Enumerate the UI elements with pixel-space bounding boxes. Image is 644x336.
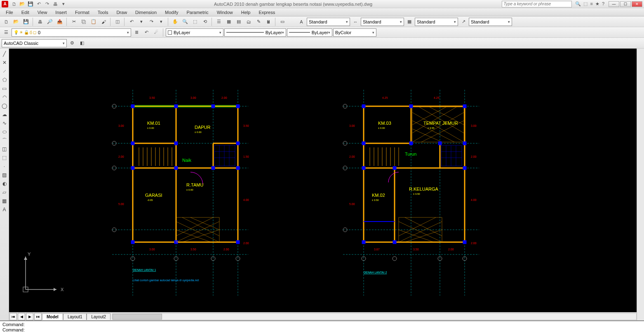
zoom-realtime-icon[interactable]: 🔍 xyxy=(181,17,190,26)
new-icon[interactable]: 🗋 xyxy=(2,17,11,26)
app-icon[interactable]: A xyxy=(2,1,8,7)
cut-icon[interactable]: ✂ xyxy=(69,17,78,26)
comm-icon[interactable]: ≡ xyxy=(590,1,592,7)
menu-format[interactable]: Format xyxy=(71,9,94,16)
plot-icon[interactable]: 🖶 xyxy=(35,17,45,26)
circle-icon[interactable]: ◯ xyxy=(1,102,8,110)
menu-draw[interactable]: Draw xyxy=(112,9,131,16)
close-button[interactable]: ✕ xyxy=(632,1,642,7)
block-editor-icon[interactable]: ◫ xyxy=(113,17,122,26)
paste-icon[interactable]: 📋 xyxy=(89,17,98,26)
publish-icon[interactable]: 📤 xyxy=(55,17,64,26)
menu-tools[interactable]: Tools xyxy=(94,9,113,16)
pan-icon[interactable]: ✋ xyxy=(171,17,180,26)
subscription-icon[interactable]: ⬚ xyxy=(583,1,588,7)
dimstyle-dropdown[interactable]: Standard xyxy=(361,18,404,26)
copy-icon[interactable]: ⿻ xyxy=(79,17,88,26)
polygon-icon[interactable]: ⬠ xyxy=(1,76,8,84)
markup-icon[interactable]: ✎ xyxy=(254,17,263,26)
search-icon[interactable]: 🔍 xyxy=(575,1,581,7)
properties-icon[interactable]: ☰ xyxy=(214,17,223,26)
tab-first-icon[interactable]: ⏮ xyxy=(9,313,17,320)
redo-icon[interactable]: ↷ xyxy=(147,17,156,26)
dimstyle-icon[interactable]: ↔ xyxy=(351,17,360,26)
drawing-area[interactable]: Naik KM.01± 0.00 DAPUR± 0.00 R.TAMU± 0.0… xyxy=(9,49,637,320)
help-icon[interactable]: ? xyxy=(602,1,604,7)
open-icon[interactable]: 📂 xyxy=(19,1,26,7)
sheet-set-icon[interactable]: 🗂 xyxy=(244,17,253,26)
tablestyle-icon[interactable]: ▦ xyxy=(405,17,414,26)
line-icon[interactable]: ╱ xyxy=(1,50,8,58)
menu-dimension[interactable]: Dimension xyxy=(131,9,161,16)
insert-block-icon[interactable]: ◫ xyxy=(1,145,8,153)
layer-manager-icon[interactable]: ☰ xyxy=(2,28,11,37)
cleanscreen-icon[interactable]: ▭ xyxy=(278,17,287,26)
redo-dd-icon[interactable]: ▾ xyxy=(157,17,166,26)
horizontal-scrollbar[interactable] xyxy=(112,313,637,320)
tab-model[interactable]: Model xyxy=(42,313,63,320)
tablestyle-dropdown[interactable]: Standard xyxy=(415,18,458,26)
help-search-input[interactable] xyxy=(502,1,572,7)
textstyle-dropdown[interactable]: Standard xyxy=(307,18,350,26)
workspace-settings-icon[interactable]: ⚙ xyxy=(68,39,77,48)
hatch-icon[interactable]: ▨ xyxy=(1,171,8,179)
tab-layout2[interactable]: Layout2 xyxy=(87,313,110,320)
new-icon[interactable]: 🗋 xyxy=(11,1,17,7)
workspace-save-icon[interactable]: ◧ xyxy=(78,39,87,48)
ellipse-icon[interactable]: ⬭ xyxy=(1,128,8,135)
make-block-icon[interactable]: ⬚ xyxy=(1,154,8,161)
maximize-button[interactable]: ☐ xyxy=(620,1,631,7)
tab-layout1[interactable]: Layout1 xyxy=(63,313,87,320)
point-icon[interactable]: · xyxy=(1,163,8,170)
rectangle-icon[interactable]: ▭ xyxy=(1,85,8,92)
vertical-scrollbar[interactable] xyxy=(637,49,644,320)
menu-parametric[interactable]: Parametric xyxy=(182,9,212,16)
mleaderstyle-icon[interactable]: ↗ xyxy=(459,17,468,26)
undo-icon[interactable]: ↶ xyxy=(127,17,136,26)
menu-help[interactable]: Help xyxy=(237,9,255,16)
polyline-icon[interactable]: ⟋ xyxy=(1,68,8,75)
menu-modify[interactable]: Modify xyxy=(161,9,182,16)
match-prop-icon[interactable]: 🖌 xyxy=(99,17,108,26)
undo-icon[interactable]: ↶ xyxy=(35,1,42,7)
zoom-window-icon[interactable]: ⬚ xyxy=(190,17,200,26)
spline-icon[interactable]: ∿ xyxy=(1,119,8,127)
construction-line-icon[interactable]: ✕ xyxy=(1,59,8,66)
textstyle-icon[interactable]: A xyxy=(297,17,306,26)
design-center-icon[interactable]: ▦ xyxy=(224,17,233,26)
menu-insert[interactable]: Insert xyxy=(51,9,71,16)
command-window[interactable]: Command: Command: xyxy=(0,320,644,336)
quickcalc-icon[interactable]: 🖩 xyxy=(264,17,273,26)
layer-previous-icon[interactable]: ↶ xyxy=(142,28,151,37)
print-icon[interactable]: 🖶 xyxy=(52,1,59,7)
plot-preview-icon[interactable]: 🔎 xyxy=(45,17,54,26)
layer-iso-icon[interactable]: ☄ xyxy=(152,28,161,37)
region-icon[interactable]: ▱ xyxy=(1,189,8,196)
menu-edit[interactable]: Edit xyxy=(17,9,33,16)
tab-next-icon[interactable]: ▶ xyxy=(26,313,33,320)
menu-view[interactable]: View xyxy=(33,9,52,16)
tool-palettes-icon[interactable]: ▤ xyxy=(234,17,243,26)
tab-prev-icon[interactable]: ◀ xyxy=(18,313,25,320)
layer-dropdown[interactable]: 💡 ☀ 🔓 ⎙ ◻ 0 xyxy=(12,28,131,37)
tab-last-icon[interactable]: ⏭ xyxy=(34,313,42,320)
undo-dd-icon[interactable]: ▾ xyxy=(137,17,146,26)
ellipse-arc-icon[interactable]: ⌒ xyxy=(1,137,8,144)
layer-states-icon[interactable]: ≣ xyxy=(132,28,141,37)
workspace-dropdown[interactable]: AutoCAD Classic xyxy=(2,39,67,47)
save-icon[interactable]: 💾 xyxy=(21,17,31,26)
gradient-icon[interactable]: ◐ xyxy=(1,180,8,187)
table-icon[interactable]: ▦ xyxy=(1,197,8,205)
qat-dropdown-icon[interactable]: ▾ xyxy=(60,1,67,7)
mtext-icon[interactable]: A xyxy=(1,206,8,213)
mlstyle-dropdown[interactable]: Standard xyxy=(469,18,512,26)
arc-icon[interactable]: ◠ xyxy=(1,93,8,101)
linetype-dropdown[interactable]: ByLayer xyxy=(224,28,286,37)
favorite-icon[interactable]: ★ xyxy=(595,1,599,7)
lineweight-dropdown[interactable]: ByLayer xyxy=(287,28,332,37)
menu-express[interactable]: Express xyxy=(254,9,279,16)
redo-icon[interactable]: ↷ xyxy=(44,1,50,7)
open-icon[interactable]: 📂 xyxy=(12,17,21,26)
plotstyle-dropdown[interactable]: ByColor xyxy=(333,28,376,37)
zoom-previous-icon[interactable]: ⟲ xyxy=(200,17,209,26)
